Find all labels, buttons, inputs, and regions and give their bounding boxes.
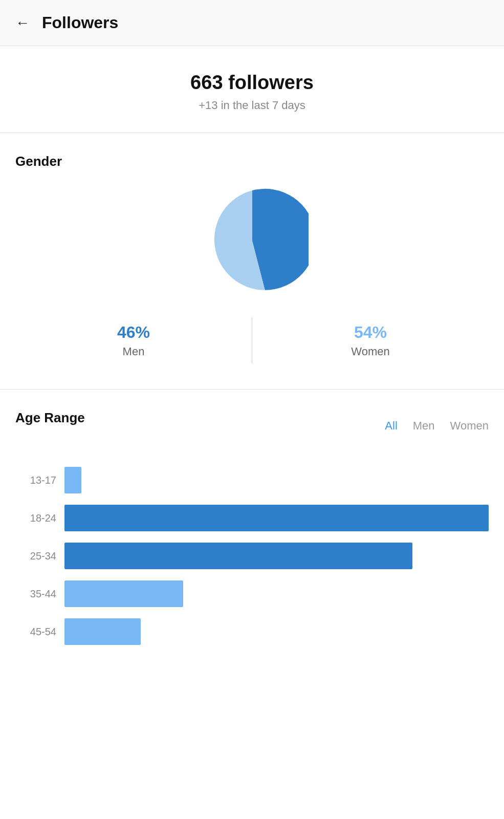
age-header: Age Range All Men Women (15, 410, 489, 441)
pie-chart-container (15, 185, 489, 297)
bar-label: 45-54 (15, 626, 56, 638)
bar-label: 25-34 (15, 550, 56, 562)
bar-fill (64, 505, 489, 531)
bar-track (64, 505, 489, 531)
header: ← Followers (0, 0, 504, 46)
back-icon: ← (15, 15, 30, 31)
bar-track (64, 580, 489, 607)
gender-section: Gender 46% Men 54% Women (0, 133, 504, 390)
followers-count: 663 followers (10, 72, 494, 94)
filter-men-button[interactable]: Men (413, 419, 435, 433)
bar-track (64, 543, 489, 569)
bar-fill (64, 543, 412, 569)
gender-legend: 46% Men 54% Women (15, 318, 489, 363)
bar-row: 18-24 (15, 505, 489, 531)
bar-row: 45-54 (15, 618, 489, 645)
gender-pie-chart (196, 185, 309, 297)
bar-track (64, 467, 489, 493)
bar-fill (64, 618, 141, 645)
age-filter-group: All Men Women (385, 419, 489, 433)
age-bar-chart: 13-1718-2425-3435-4445-54 (15, 462, 489, 650)
bar-label: 35-44 (15, 588, 56, 600)
bar-row: 25-34 (15, 543, 489, 569)
page-title: Followers (42, 13, 118, 32)
men-label: Men (15, 345, 252, 358)
men-percentage: 46% (15, 323, 252, 342)
women-item: 54% Women (252, 318, 489, 363)
age-section: Age Range All Men Women 13-1718-2425-343… (0, 390, 504, 676)
bar-row: 35-44 (15, 580, 489, 607)
filter-women-button[interactable]: Women (450, 419, 489, 433)
filter-all-button[interactable]: All (385, 419, 397, 433)
men-item: 46% Men (15, 318, 252, 363)
gender-title: Gender (15, 154, 489, 169)
bar-track (64, 618, 489, 645)
summary-section: 663 followers +13 in the last 7 days (0, 46, 504, 133)
women-percentage: 54% (252, 323, 489, 342)
bar-row: 13-17 (15, 467, 489, 493)
bar-label: 13-17 (15, 475, 56, 486)
bar-fill (64, 580, 183, 607)
back-button[interactable]: ← (15, 15, 30, 31)
followers-change: +13 in the last 7 days (10, 99, 494, 112)
bar-fill (64, 467, 81, 493)
age-range-title: Age Range (15, 410, 85, 426)
bar-label: 18-24 (15, 512, 56, 524)
women-label: Women (252, 345, 489, 358)
